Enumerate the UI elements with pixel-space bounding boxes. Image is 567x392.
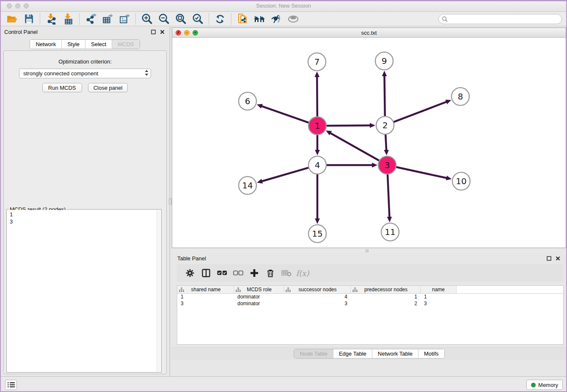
cell-successor-nodes[interactable]: 3 [284, 301, 351, 307]
cell-name[interactable]: 1 [421, 294, 457, 301]
plus-icon [250, 269, 258, 277]
import-network-button[interactable] [43, 13, 60, 25]
graph-edge-1-2[interactable] [325, 125, 370, 126]
delete-columns-button[interactable] [262, 267, 278, 279]
graph-edge-4-14[interactable] [262, 167, 310, 181]
delete-table-button[interactable] [278, 267, 295, 279]
export-table-button[interactable] [99, 13, 116, 25]
graph-edge-3-11[interactable] [388, 173, 390, 217]
hierarchy-icon [286, 287, 291, 292]
show-all-button[interactable] [285, 13, 302, 25]
zoom-in-button[interactable] [138, 13, 155, 25]
result-item[interactable]: 3 [10, 218, 154, 225]
graph-node-label-6: 6 [245, 96, 250, 106]
export-image-button[interactable] [116, 13, 133, 25]
split-view-button[interactable] [198, 267, 214, 279]
table-row[interactable]: 3 dominator 3 2 3 [177, 301, 563, 307]
network-window-titlebar[interactable]: ✗ − + scc.txt [172, 28, 566, 38]
graph-edge-3-1[interactable] [330, 133, 380, 161]
graph-edge-1-6[interactable] [261, 106, 310, 123]
close-icon [160, 30, 165, 34]
save-session-button[interactable] [20, 13, 37, 25]
tab-network[interactable]: Network [30, 40, 61, 49]
optimization-criterion-select[interactable]: strongly connected component [19, 69, 151, 78]
graph-edge-2-8[interactable] [393, 102, 447, 122]
cell-shared-name[interactable]: 1 [177, 294, 234, 301]
split-view-icon [202, 269, 210, 277]
cell-predecessor-nodes[interactable]: 1 [351, 294, 421, 301]
main-toolbar [0, 12, 567, 26]
tab-motifs[interactable]: Motifs [418, 349, 444, 358]
zoom-out-button[interactable] [155, 13, 172, 25]
refresh-view-button[interactable] [212, 13, 228, 25]
panel-splitter-handle[interactable] [169, 198, 172, 205]
criterion-value: strongly connected component [23, 70, 98, 77]
mcds-result-list[interactable]: 1 3 [7, 210, 157, 372]
tab-network-table[interactable]: Network Table [372, 349, 418, 358]
zoom-selected-button[interactable] [189, 13, 206, 25]
search-icon [442, 16, 448, 22]
column-header-predecessor-nodes[interactable]: predecessor nodes [351, 286, 421, 293]
tab-mcds[interactable]: MCDS [112, 40, 139, 49]
result-item[interactable]: 1 [10, 211, 154, 218]
cell-name[interactable]: 3 [421, 301, 457, 307]
export-image-icon [119, 13, 130, 25]
table-close-button[interactable] [554, 255, 561, 262]
table-row[interactable]: 1 dominator 4 1 1 [177, 294, 563, 301]
mcds-result-group: MCDS result (2 nodes) 1 3 [6, 209, 162, 373]
column-header-mcds-role[interactable]: MCDS role [234, 286, 284, 293]
cell-successor-nodes[interactable]: 4 [284, 294, 351, 301]
deselect-all-columns-button[interactable] [230, 267, 246, 279]
cell-predecessor-nodes[interactable]: 2 [351, 301, 421, 307]
table-tabs: Node Table Edge Table Network Table Moti… [294, 349, 444, 359]
graph-edge-2-3[interactable] [385, 133, 386, 150]
function-builder-button[interactable]: f(x) [295, 267, 311, 279]
graph-node-label-8: 8 [458, 91, 463, 102]
graph-edge-2-9[interactable] [384, 76, 385, 117]
column-header-name[interactable]: name [421, 286, 457, 293]
tab-select[interactable]: Select [85, 40, 112, 49]
memory-button[interactable]: Memory [526, 380, 563, 390]
graph-edge-3-10[interactable] [395, 167, 447, 178]
table-settings-button[interactable] [182, 267, 198, 279]
tab-edge-table[interactable]: Edge Table [333, 349, 372, 358]
hide-selected-button[interactable] [268, 13, 285, 25]
table-header-row: shared name MCDS role successor nodes [177, 286, 563, 294]
import-table-button[interactable] [60, 13, 77, 25]
graph-node-label-9: 9 [382, 56, 387, 66]
tab-style[interactable]: Style [61, 40, 85, 49]
table-panel: Table Panel [171, 253, 567, 376]
result-scrollbar[interactable] [157, 210, 161, 372]
table-float-button[interactable] [545, 255, 552, 262]
hierarchy-icon [179, 287, 184, 292]
column-header-successor-nodes[interactable]: successor nodes [284, 286, 351, 293]
horizontal-splitter[interactable] [172, 248, 566, 253]
tab-node-table[interactable]: Node Table [294, 349, 333, 358]
open-session-button[interactable] [3, 13, 20, 25]
add-column-button[interactable] [246, 267, 262, 279]
node-table[interactable]: shared name MCDS role successor nodes [177, 285, 564, 345]
task-history-button[interactable] [5, 380, 17, 390]
select-all-columns-button[interactable] [214, 267, 230, 279]
clone-network-button[interactable] [234, 13, 251, 25]
cell-shared-name[interactable]: 3 [177, 301, 234, 307]
cell-mcds-role[interactable]: dominator [234, 301, 284, 307]
houses-icon [253, 13, 265, 25]
graph-edge-1-7[interactable] [317, 77, 317, 118]
first-neighbors-button[interactable] [251, 13, 268, 25]
network-graph[interactable]: 7968124314101511 [172, 38, 566, 248]
search-field[interactable] [438, 14, 562, 24]
float-panel-button[interactable] [150, 28, 157, 35]
zoom-fit-button[interactable] [172, 13, 189, 25]
column-header-shared-name[interactable]: shared name [177, 286, 234, 293]
search-input[interactable] [448, 15, 561, 23]
export-network-button[interactable] [82, 13, 99, 25]
close-panel-button[interactable] [159, 28, 165, 35]
cell-mcds-role[interactable]: dominator [234, 294, 284, 301]
graph-node-label-7: 7 [314, 57, 320, 67]
run-mcds-button[interactable]: Run MCDS [42, 83, 82, 92]
network-canvas[interactable]: 7968124314101511 [172, 38, 566, 248]
close-panel-pushbutton[interactable]: Close panel [88, 83, 128, 92]
graph-node-label-3: 3 [385, 160, 390, 170]
splitter-handle[interactable] [366, 249, 369, 252]
